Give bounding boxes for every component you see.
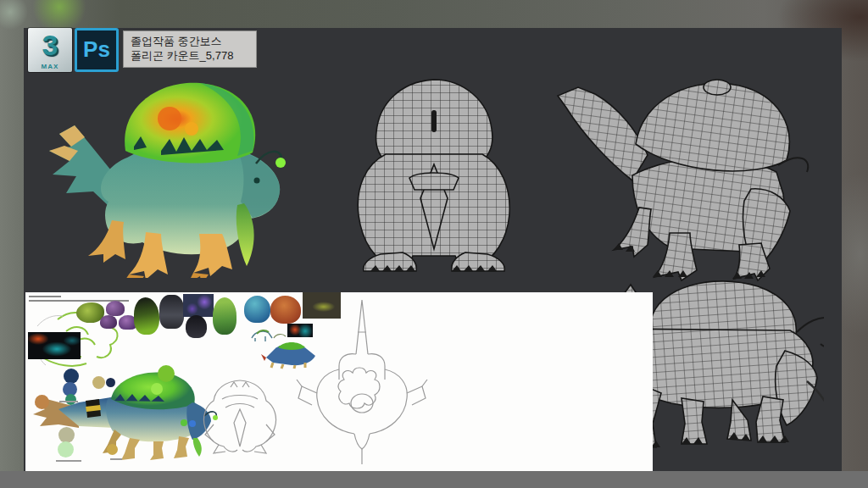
sketch-front-view (197, 374, 283, 458)
swatch-green (158, 365, 175, 382)
swatch-mini-green (181, 419, 187, 426)
thumb-creature-green-monster (213, 297, 236, 335)
swatch-orange-brown (35, 395, 49, 409)
swatch-navy-small (106, 378, 115, 387)
thumb-creature-purple-snail (100, 315, 117, 329)
caption-line2: 폴리곤 카운트_5,778 (131, 48, 249, 63)
annotation-squiggle (56, 460, 81, 462)
caption-line1: 졸업작품 중간보스 (131, 34, 249, 48)
thumb-creature-purple-dragons (183, 294, 214, 317)
swatch-light-green (58, 441, 74, 458)
sketch-top-view (295, 298, 429, 468)
swatch-mini-blue (189, 420, 196, 427)
thumb-dark-abstract-art (28, 332, 81, 359)
thumb-creature-blue-monster (244, 296, 270, 323)
wireframe-three-quarter-view (551, 64, 814, 284)
caption-box: 졸업작품 중간보스 폴리곤 카운트_5,778 (124, 31, 256, 67)
bottom-letterbox-bar (0, 471, 868, 488)
thumb-creature-dark-green-monster (134, 297, 159, 335)
painted-model-render (34, 66, 288, 278)
thumb-creature-purple-snail (106, 301, 125, 316)
concept-sheet (25, 292, 653, 471)
swatch-tan-small (107, 444, 118, 455)
annotation-squiggle (110, 458, 122, 460)
3dsmax-icon-number: 3 (28, 29, 72, 62)
sheet-note-line (29, 296, 61, 297)
swatch-tan (92, 376, 105, 389)
wireframe-front-view (328, 69, 540, 280)
swatch-teal (65, 394, 76, 405)
thumb-creature-black-figure (186, 315, 207, 338)
thumb-creature-gray-monster (159, 295, 184, 329)
annotation-squiggle (59, 401, 78, 402)
video-frame: 3 MAX Ps 졸업작품 중간보스 폴리곤 카운트_5,778 (0, 0, 868, 488)
photoshop-icon-label: Ps (77, 36, 116, 63)
